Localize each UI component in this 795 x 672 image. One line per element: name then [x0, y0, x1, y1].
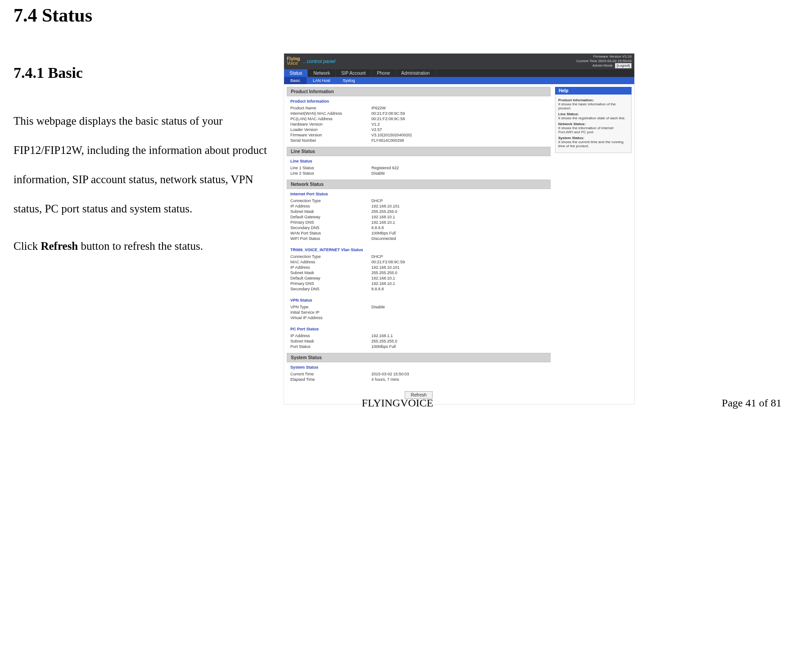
main-content: Product Information Product Information … — [287, 87, 551, 401]
kv-row: Primary DNS192.168.10.1 — [290, 220, 547, 225]
kv-row: Secondary DNS8.8.8.8 — [290, 286, 547, 292]
kv-row: IP Address192.168.10.101 — [290, 265, 547, 270]
kv-group-line-status: Line 1 StatusRegistered 622Line 2 Status… — [287, 165, 551, 180]
kv-value: 4 hours, 7 mins — [371, 377, 399, 382]
section-heading: 7.4 Status — [14, 5, 781, 26]
kv-row: Default Gateway192.168.10.1 — [290, 275, 547, 281]
kv-row: Product NameIP622W — [290, 105, 547, 111]
kv-group-vpn: VPN TypeDisableInitial Service IPVirtual… — [287, 304, 551, 324]
body-paragraph-2: Click Refresh button to refresh the stat… — [14, 231, 275, 261]
kv-key: Primary DNS — [290, 281, 371, 286]
subtab-syslog[interactable]: Syslog — [337, 77, 361, 84]
kv-key: PC(LAN) MAC Address — [290, 117, 371, 121]
kv-value: 00:21:F2:08:9C:59 — [371, 260, 405, 264]
kv-row: Firmware VersionV3.10(201502040020) — [290, 132, 547, 138]
kv-row: Subnet Mask255.255.255.0 — [290, 270, 547, 275]
kv-key: Line 2 Status — [290, 171, 371, 176]
kv-key: Subnet Mask — [290, 271, 371, 275]
help-item-body: It shows the basic information of the pr… — [558, 102, 628, 110]
kv-key: Secondary DNS — [290, 287, 371, 291]
kv-key: Default Gateway — [290, 276, 371, 280]
kv-key: Elapsed Time — [290, 377, 371, 382]
tab-network[interactable]: Network — [308, 69, 336, 77]
subheader-pc-port: PC Port Status — [287, 324, 551, 333]
section-title-product-information: Product Information — [287, 87, 551, 96]
kv-row: Line 1 StatusRegistered 622 — [290, 165, 547, 171]
footer-center: FLYINGVOICE — [0, 397, 795, 409]
kv-key: IP Address — [290, 334, 371, 338]
kv-value: V1.2 — [371, 122, 380, 126]
kv-key: Subnet Mask — [290, 339, 371, 343]
help-item-heading: Network Status: — [558, 122, 628, 126]
subheader-system-status: System Status — [287, 362, 551, 371]
page-footer: FLYINGVOICE Page 41 of 81 — [0, 397, 795, 409]
subheader-line-status: Line Status — [287, 156, 551, 165]
kv-value: 00:21:F2:08:9C:59 — [371, 111, 405, 116]
kv-value: 2015-03-02 15:50:03 — [371, 372, 409, 376]
help-item-heading: Line Status: — [558, 112, 628, 116]
subheader-product-information: Product Information — [287, 96, 551, 105]
help-title: Help — [555, 87, 632, 95]
kv-key: Hardware Version — [290, 122, 371, 126]
kv-value: 255.255.255.0 — [371, 271, 398, 275]
kv-value: Disable — [371, 171, 385, 176]
kv-value: 192.168.10.1 — [371, 276, 395, 280]
kv-key: Serial Number — [290, 138, 371, 143]
tab-administration[interactable]: Administration — [396, 69, 435, 77]
kv-value: 192.168.10.1 — [371, 281, 395, 286]
kv-row: WAN Port Status100Mbps Full — [290, 230, 547, 236]
kv-value: V2.57 — [371, 127, 382, 132]
kv-key: Initial Service IP — [290, 310, 371, 315]
kv-value: DHCP — [371, 254, 383, 259]
kv-key: Current Time — [290, 372, 371, 376]
kv-key: Virtual IP Address — [290, 316, 371, 320]
embedded-screenshot: Flying Voice .. control panel Firmware V… — [284, 53, 635, 405]
kv-row: MAC Address00:21:F2:08:9C:59 — [290, 259, 547, 265]
subtab-lan-host[interactable]: LAN Host — [307, 77, 337, 84]
para2-bold: Refresh — [41, 240, 78, 252]
kv-group-pc-port: IP Address192.168.1.1Subnet Mask255.255.… — [287, 333, 551, 353]
help-item-heading: System Status: — [558, 136, 628, 140]
kv-key: Primary DNS — [290, 220, 371, 225]
control-panel-label: .. control panel — [303, 59, 335, 64]
kv-row: Secondary DNS8.8.8.8 — [290, 225, 547, 230]
brand-logo: Flying Voice — [287, 57, 300, 66]
tab-status[interactable]: Status — [284, 69, 308, 77]
logout-button[interactable]: [Logout] — [615, 63, 632, 68]
kv-key: Product Name — [290, 106, 371, 110]
kv-row: IP Address192.168.10.101 — [290, 203, 547, 209]
kv-group-system-status: Current Time2015-03-02 15:50:03Elapsed T… — [287, 371, 551, 386]
kv-value: DHCP — [371, 198, 383, 203]
kv-key: IP Address — [290, 265, 371, 270]
kv-value: 192.168.10.101 — [371, 265, 400, 270]
section-title-line-status: Line Status — [287, 147, 551, 156]
subtab-basic[interactable]: Basic — [284, 77, 307, 84]
kv-value: 100Mbps Full — [371, 344, 396, 349]
section-title-system-status: System Status — [287, 353, 551, 362]
kv-key: Secondary DNS — [290, 226, 371, 230]
kv-key: MAC Address — [290, 260, 371, 264]
kv-row: IP Address192.168.1.1 — [290, 333, 547, 338]
kv-group-tr069: Connection TypeDHCPMAC Address00:21:F2:0… — [287, 254, 551, 295]
kv-row: Connection TypeDHCP — [290, 198, 547, 203]
kv-value: V3.10(201502040020) — [371, 133, 412, 137]
kv-key: Connection Type — [290, 198, 371, 203]
kv-value: 255.255.255.0 — [371, 209, 398, 214]
para2-suffix: button to refresh the status. — [78, 240, 203, 252]
admin-mode-label: Admin Mode — [592, 63, 613, 68]
kv-key: Subnet Mask — [290, 209, 371, 214]
tab-phone[interactable]: Phone — [371, 69, 396, 77]
kv-key: Default Gateway — [290, 215, 371, 219]
help-panel: Help Product Information:It shows the ba… — [555, 87, 632, 401]
help-body: Product Information:It shows the basic i… — [555, 95, 632, 153]
section-title-network-status: Network Status — [287, 180, 551, 189]
kv-row: Primary DNS192.168.10.1 — [290, 281, 547, 286]
kv-group-product-info: Product NameIP622WInternet(WAN) MAC Addr… — [287, 105, 551, 147]
tab-sip-account[interactable]: SIP Account — [336, 69, 371, 77]
firmware-version-line: Firmware Version V3.10 — [576, 54, 632, 59]
kv-value: Disable — [371, 305, 385, 309]
kv-value: 00:21:F2:08:9C:58 — [371, 117, 405, 121]
kv-value: 192.168.10.1 — [371, 220, 395, 225]
kv-row: Connection TypeDHCP — [290, 254, 547, 259]
kv-row: Current Time2015-03-02 15:50:03 — [290, 371, 547, 377]
